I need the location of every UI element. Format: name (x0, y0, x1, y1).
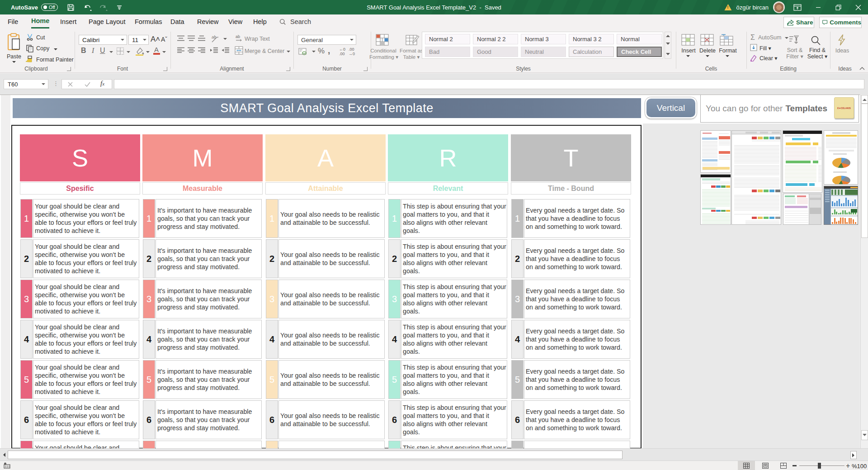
svg-text:ab: ab (236, 34, 240, 39)
svg-text:ab: ab (212, 35, 216, 39)
